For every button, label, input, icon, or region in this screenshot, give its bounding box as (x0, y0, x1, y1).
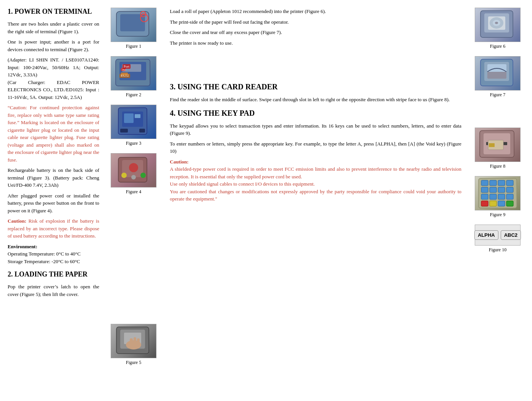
svg-rect-60 (498, 201, 505, 206)
figure-6-caption: Figure 6 (490, 44, 505, 49)
svg-rect-1 (120, 14, 145, 31)
section-1-caution2: Caution: Risk of explosion if the batter… (8, 217, 99, 240)
svg-rect-29 (137, 338, 140, 346)
svg-rect-56 (498, 194, 505, 199)
figure-2-block: Port RS232 Figure 2 (111, 56, 156, 98)
section-4-caution-line3: You are cautioned that changes or modifi… (170, 189, 461, 202)
section-2-p3: The print-side of the paper will feed ou… (170, 18, 461, 26)
section-1-p2: One is power input; another is a port fo… (8, 38, 99, 53)
svg-rect-14 (135, 114, 140, 118)
section-2-cont: Load a roll of paper (Appleton 1012 reco… (170, 8, 461, 47)
figure-9-image (475, 176, 521, 210)
svg-rect-46 (481, 180, 488, 186)
svg-rect-16 (139, 129, 145, 133)
svg-rect-59 (490, 201, 497, 206)
abc2-key: ABC2 (501, 230, 521, 240)
svg-rect-58 (481, 201, 488, 206)
section-4-caution-label: Caution: (170, 159, 189, 165)
section-4-caution: Caution: A shielded-type power cord is r… (170, 158, 461, 203)
svg-rect-27 (130, 338, 133, 346)
svg-rect-47 (490, 180, 497, 186)
svg-rect-61 (506, 201, 513, 206)
figure-7-image (475, 56, 521, 91)
figure-3-block: Figure 3 (111, 105, 156, 146)
figure-3-image (111, 105, 156, 139)
figure-7-block: Figure 7 (475, 56, 521, 98)
svg-point-21 (131, 175, 136, 179)
figure-10-image: ALPHA ABC2 (475, 225, 521, 246)
section-2-p4: Close the cover and tear off any excess … (170, 29, 461, 36)
env-temp1: Operating Temperature: 0°C to 40°C (8, 251, 81, 257)
section-1-title: 1. POWER ON TERMINAL (8, 8, 99, 16)
figure-8-image (475, 128, 521, 162)
middle-figures-column: Figure 1 Port RS232 Figure 2 (103, 8, 164, 372)
svg-rect-15 (120, 129, 128, 133)
svg-point-20 (121, 173, 127, 178)
svg-rect-50 (481, 187, 488, 192)
figure-5-block: Figure 5 (111, 324, 156, 365)
section-2-p2: Load a roll of paper (Appleton 1012 reco… (170, 8, 461, 15)
svg-rect-49 (506, 180, 513, 186)
section-3-p1: Find the reader slot in the middle of su… (170, 96, 461, 103)
env-temp2: Storage Temperature: -20°C to 60°C (8, 259, 80, 264)
figure-9-caption: Figure 9 (490, 212, 505, 218)
figure-10-caption: Figure 10 (489, 247, 506, 253)
svg-rect-55 (490, 194, 497, 199)
main-column: Load a roll of paper (Appleton 1012 reco… (164, 8, 467, 372)
svg-rect-54 (481, 194, 488, 199)
figure-1-caption: Figure 1 (126, 44, 141, 49)
figure-8-block: Figure 8 (475, 128, 521, 169)
section-3: 3. USING THE CARD READER Find the reader… (170, 82, 461, 103)
figure-10-block: ALPHA ABC2 Figure 10 (475, 225, 521, 253)
section-4-p1: The keypad allows you to select transact… (170, 122, 461, 137)
figure-6-block: Figure 6 (475, 8, 521, 49)
section-2: 2. LOADING THE PAPER Pop the printer cov… (8, 270, 99, 298)
section-1-p1: There are two holes under a plastic cove… (8, 20, 99, 35)
figure-8-caption: Figure 8 (490, 163, 505, 169)
figure-6-image (475, 8, 521, 42)
figure-1-image (111, 8, 156, 42)
svg-rect-51 (490, 187, 497, 192)
figure-2-image: Port RS232 (111, 56, 156, 91)
figure-4-block: Figure 4 (111, 153, 156, 195)
svg-text:RS232: RS232 (122, 73, 128, 76)
section-1-caution1: “Caution: For continued protection again… (8, 104, 99, 163)
section-1-p4: Rechargeable battery is on the back side… (8, 167, 99, 189)
section-4-caution-line2: Use only shielded signal cables to conne… (170, 181, 315, 187)
section-4-caution-line1: A shielded-type power cord is required i… (170, 166, 461, 179)
figure-3-caption: Figure 3 (126, 141, 141, 146)
figure-7-caption: Figure 7 (490, 92, 505, 98)
section-2-p1: Pop the printer cover’s latch to open th… (8, 283, 99, 298)
svg-text:Port: Port (123, 69, 126, 71)
alpha-key: ALPHA (474, 230, 498, 240)
environment-block: Environment: Operating Temperature: 0°C … (8, 243, 99, 265)
svg-rect-52 (498, 187, 505, 192)
figure-4-image (111, 153, 156, 188)
section-1-p5: After plugged power cord or installed th… (8, 192, 99, 215)
svg-point-35 (495, 22, 498, 24)
figure-5-image (111, 324, 156, 358)
section-2-p5: The printer is now ready to use. (170, 39, 461, 47)
section-3-title: 3. USING THE CARD READER (170, 82, 461, 91)
section-4-p2: To enter numbers or letters, simply pres… (170, 140, 461, 155)
svg-rect-53 (506, 187, 513, 192)
figure-4-caption: Figure 4 (126, 189, 141, 195)
left-column: 1. POWER ON TERMINAL There are two holes… (4, 8, 103, 372)
svg-rect-28 (134, 337, 136, 346)
figure-5-caption: Figure 5 (126, 360, 141, 365)
right-figures-column: Figure 6 Figure 7 (467, 8, 528, 372)
svg-rect-44 (489, 143, 495, 147)
svg-rect-57 (506, 194, 513, 199)
svg-rect-13 (124, 113, 134, 123)
svg-rect-39 (487, 72, 506, 79)
figure-2-caption: Figure 2 (126, 92, 141, 98)
section-4: 4. USING THE KEY PAD The keypad allows y… (170, 109, 461, 203)
section-1: 1. POWER ON TERMINAL There are two holes… (8, 8, 99, 265)
svg-rect-48 (498, 180, 505, 186)
section-1-p3: (Adapter: LI SHIN INT. / LSE0107A1240: I… (8, 56, 99, 101)
section-2-title: 2. LOADING THE PAPER (8, 270, 99, 278)
svg-point-3 (142, 13, 144, 15)
env-label: Environment: (8, 244, 37, 249)
section-4-title: 4. USING THE KEY PAD (170, 109, 461, 118)
svg-point-19 (129, 163, 138, 172)
